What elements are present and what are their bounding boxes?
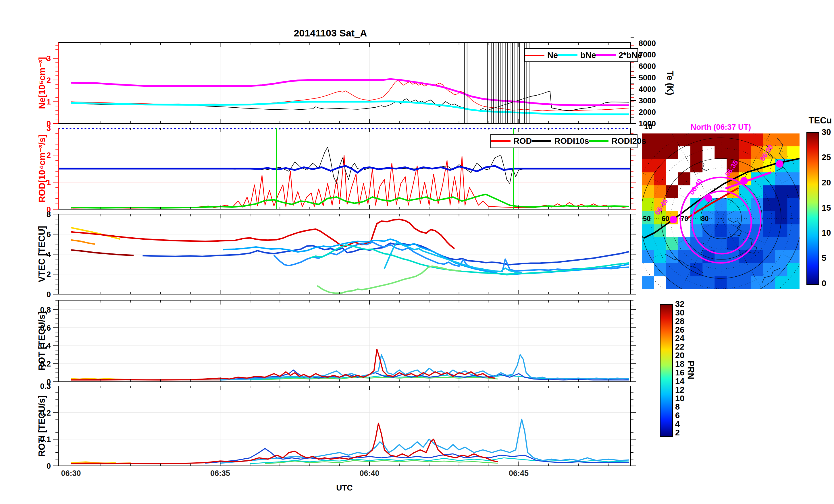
panel-rot: 00.20.40.60.8 — [40, 300, 636, 386]
x-tick-label: 06:45 — [509, 469, 529, 478]
figure-canvas: 20141103 Sat_A Ne[10⁵cm⁻³] ROD[10⁴cm⁻³/s… — [0, 0, 834, 504]
colorbar-tick-label: 18 — [675, 359, 684, 369]
tec-cell — [739, 276, 751, 289]
tec-cell — [727, 263, 739, 276]
tec-cell — [751, 134, 763, 147]
legend-item-rodi10s: RODI10s — [532, 136, 589, 146]
tick-label: 1 — [47, 97, 51, 106]
time-marker-dot — [740, 177, 748, 185]
tick-label: 0 — [47, 290, 51, 299]
tick-label: 6 — [47, 230, 51, 239]
time-marker-dot — [776, 160, 784, 168]
tec-cell — [739, 224, 751, 237]
tec-cell — [763, 224, 775, 237]
legend-label-bne: bNe — [580, 50, 596, 60]
tick-label: 70 — [681, 215, 688, 223]
ne-line-swatch — [525, 55, 544, 56]
tec-cell — [751, 276, 763, 289]
tec-cell — [642, 185, 655, 199]
tec-cell — [666, 237, 679, 251]
legend-label-ne: Ne — [547, 50, 558, 60]
tec-cell — [775, 134, 787, 147]
tick-label: 0.2 — [40, 409, 51, 417]
tec-cell — [775, 211, 787, 225]
rodi10s-line-swatch — [532, 140, 551, 142]
tec-cell — [787, 276, 799, 289]
tec-cell — [666, 250, 679, 264]
tec-cell — [787, 185, 799, 199]
tick-label: 60 — [662, 215, 670, 223]
tec-cell — [702, 263, 715, 276]
tec-cell — [727, 134, 739, 147]
legend-item-ne: Ne — [525, 50, 558, 60]
tec-cell — [654, 276, 666, 289]
tec-cell — [715, 237, 727, 251]
colorbar-tick-label: 16 — [675, 368, 684, 377]
tec-cell — [715, 211, 727, 225]
tec-cell — [775, 172, 787, 185]
tec-cell — [715, 224, 727, 237]
tick-label: 8000 — [639, 39, 656, 48]
colorbar-tick-label: 10 — [675, 394, 684, 403]
tec-cell — [642, 146, 655, 160]
tec-cell — [727, 211, 739, 225]
tick-label: 1 — [47, 178, 51, 187]
series-prn_darkred — [71, 250, 134, 255]
tick-label: 2 — [47, 76, 51, 85]
colorbar-tick-label: 8 — [675, 402, 680, 412]
tick-label: 2 — [47, 151, 51, 160]
rod-line-swatch — [491, 140, 510, 142]
tec-cell — [763, 198, 775, 211]
series-deepsky — [220, 419, 629, 463]
legend-label-rodi20s: RODI20s — [611, 136, 646, 146]
tec-cell — [763, 211, 775, 225]
legend-label-rodi10s: RODI10s — [554, 136, 589, 146]
panel-frame — [58, 300, 631, 382]
2bne-line-swatch — [596, 54, 616, 56]
tec-cell — [763, 250, 775, 264]
tec-cell — [763, 185, 775, 199]
x-tick-label: 06:35 — [210, 469, 230, 478]
colorbar-tick-label: 20 — [822, 178, 831, 187]
series-prn_yellow — [71, 228, 120, 239]
tec-cell — [787, 211, 799, 225]
tec-cell — [787, 250, 799, 264]
tec-cell — [702, 224, 715, 237]
tec-cell — [654, 172, 666, 185]
tec-cell — [763, 276, 775, 289]
legend-item-bne: bNe — [558, 50, 596, 60]
bne-line-swatch — [558, 54, 577, 56]
tick-label: 0.6 — [40, 324, 51, 333]
prn-colorbar — [660, 304, 673, 437]
tec-cell — [787, 134, 799, 147]
rod-legend: ROD RODI10s RODI20s — [490, 134, 637, 148]
colorbar-tick-label: 6 — [675, 411, 680, 420]
x-tick-label: 06:30 — [61, 469, 81, 478]
tick-label: 6000 — [639, 62, 656, 71]
tec-cell — [751, 263, 763, 276]
tec-cell — [690, 134, 703, 147]
tec-cell — [654, 263, 666, 276]
tec-cell — [751, 198, 763, 211]
series-Ne — [71, 80, 629, 111]
tick-label: 3000 — [639, 96, 656, 105]
tec-cell — [642, 159, 655, 173]
tec-cell — [654, 146, 666, 160]
legend-item-2bne: 2*bNe — [596, 50, 642, 60]
tick-label: 0 — [47, 462, 51, 471]
series-group — [71, 349, 629, 380]
series-RODI10s — [71, 147, 629, 183]
tec-cell — [775, 224, 787, 237]
tick-label: 0.3 — [40, 382, 51, 391]
tick-label: 80 — [701, 215, 709, 223]
colorbar-tick-label: 25 — [822, 153, 831, 162]
rodi20s-line-swatch — [589, 140, 609, 142]
colorbar-tick-label: 26 — [675, 325, 684, 335]
tick-label: 50 — [643, 215, 651, 223]
colorbar-tick-label: 32 — [675, 299, 684, 309]
tec-cell — [690, 276, 703, 289]
tec-cell — [642, 198, 655, 211]
series-group — [71, 219, 629, 293]
colorbar-tick-label: 4 — [675, 419, 680, 429]
colorbar-tick-label: 20 — [675, 351, 684, 360]
